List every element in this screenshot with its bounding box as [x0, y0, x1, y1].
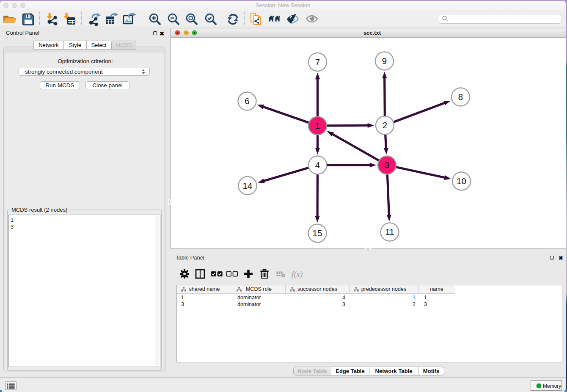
svg-text:8: 8 — [458, 92, 463, 102]
svg-text:11: 11 — [385, 227, 394, 237]
svg-text:14: 14 — [243, 181, 253, 190]
svg-text:9: 9 — [382, 56, 387, 66]
svg-text:2: 2 — [383, 120, 387, 130]
svg-text:4: 4 — [315, 160, 320, 170]
svg-text:1: 1 — [315, 121, 320, 130]
svg-text:7: 7 — [315, 57, 320, 67]
svg-text:6: 6 — [245, 96, 249, 106]
svg-text:10: 10 — [457, 176, 466, 186]
svg-text:3: 3 — [385, 160, 389, 170]
svg-text:15: 15 — [313, 228, 322, 238]
